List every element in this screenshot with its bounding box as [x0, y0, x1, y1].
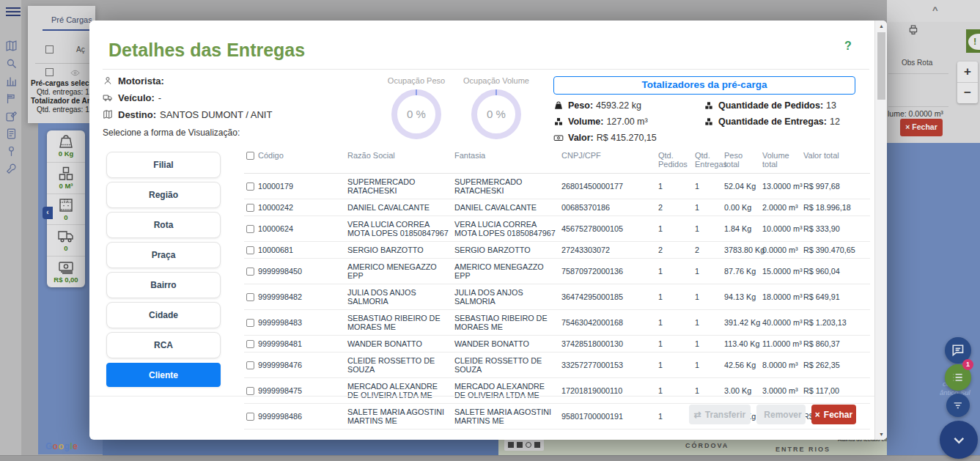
cell: 0.0000 m³ — [760, 242, 801, 259]
cell: 75463042000168 — [559, 310, 656, 336]
cell: 1 — [693, 259, 722, 284]
widget-money: R$ 0,00 — [47, 256, 85, 287]
widget-value: 0 — [47, 244, 85, 252]
wrench-icon[interactable] — [5, 163, 18, 175]
flag-icon[interactable] — [5, 92, 18, 105]
row-checkbox[interactable] — [246, 361, 254, 369]
tab-pre-cargas[interactable]: Pré Cargas — [51, 15, 92, 24]
table-row[interactable]: 9999998482JULIA DOS ANJOS SALMORIAJULIA … — [244, 284, 870, 310]
view-button-cidade[interactable]: Cidade — [106, 302, 221, 328]
pin-icon[interactable] — [5, 145, 18, 158]
widget-cubes: 0 M³ — [47, 162, 85, 193]
map-icon[interactable] — [5, 40, 18, 52]
view-button-bairro[interactable]: Bairro — [106, 272, 221, 298]
table-row[interactable]: 9999998481WANDER BONATTOWANDER BONATTO37… — [244, 336, 870, 353]
cell: 13.0000 m³ — [760, 174, 801, 199]
table-row[interactable]: 9999998475MERCADO ALEXANDRE DE OLIVEIRA … — [244, 378, 870, 404]
scroll-down-button[interactable] — [940, 421, 978, 459]
column-header: Volume total — [760, 147, 801, 174]
row-checkbox[interactable] — [45, 68, 54, 76]
cell: JULIA DOS ANJOS SALMORIA — [345, 284, 452, 310]
stat-peso: Peso:4593.22 kg — [553, 100, 641, 111]
view-button-cliente[interactable]: Cliente — [106, 363, 221, 387]
table-row[interactable]: 9999998483SEBASTIAO RIBEIRO DE MORAES ME… — [244, 310, 870, 336]
table-row[interactable]: 10000179SUPERMERCADO RATACHESKISUPERMERC… — [244, 174, 870, 199]
row-checkbox[interactable] — [246, 225, 254, 233]
hamburger-menu-icon[interactable] — [6, 7, 21, 18]
cell: 1 — [656, 353, 693, 378]
pre-cargas-selected-label: Pré-cargas seleci — [31, 79, 91, 87]
doc-icon[interactable] — [5, 128, 18, 140]
row-checkbox[interactable] — [246, 413, 254, 421]
view-button-região[interactable]: Região — [106, 182, 221, 208]
row-checkbox[interactable] — [246, 293, 254, 301]
modal-scrollbar[interactable]: ▲ ▼ — [874, 21, 887, 440]
cell: R$ 1.203,13 — [801, 310, 870, 336]
row-checkbox[interactable] — [246, 182, 254, 191]
tab-underline — [43, 29, 91, 31]
view-button-rca[interactable]: RCA — [106, 332, 221, 358]
zoom-out-button[interactable]: − — [957, 82, 978, 103]
destino-label: Destino: — [118, 109, 156, 120]
table-row[interactable]: 9999998450AMERICO MENEGAZZO EPPAMERICO M… — [244, 259, 870, 284]
collapse-panel-button[interactable]: ‹ — [43, 207, 53, 219]
remover-button[interactable]: Remover — [756, 405, 806, 424]
zoom-in-button[interactable]: + — [957, 62, 978, 82]
circle-icon[interactable] — [526, 442, 531, 448]
scrollbar-up-icon[interactable]: ▲ — [875, 23, 887, 29]
table-row[interactable]: 10000242DANIEL CAVALCANTEDANIEL CAVALCAN… — [244, 199, 870, 216]
row-checkbox[interactable] — [246, 387, 254, 395]
scrollbar-down-icon[interactable]: ▼ — [875, 432, 887, 437]
search-icon[interactable] — [5, 57, 18, 70]
cell: 00685370186 — [559, 199, 656, 216]
minus-icon: − — [964, 86, 971, 100]
row-checkbox[interactable] — [246, 246, 254, 254]
cell: 9999998450 — [244, 259, 345, 284]
cell: WANDER BONATTO — [345, 336, 452, 353]
fechar-button[interactable]: × Fechar — [811, 405, 856, 424]
map-street-view-controls[interactable] — [504, 439, 544, 451]
filter-button[interactable] — [946, 394, 970, 417]
cell: 1 — [656, 310, 693, 336]
row-checkbox[interactable] — [246, 319, 254, 327]
row-checkbox[interactable] — [246, 340, 254, 348]
bird-icon[interactable] — [517, 442, 523, 448]
table-row[interactable]: 10000624VERA LUCIA CORREA MOTA LOPES 018… — [244, 216, 870, 242]
cell: 42.56 Kg — [722, 353, 760, 378]
cell: 1 — [693, 174, 722, 199]
view-button-filial[interactable]: Filial — [106, 152, 221, 178]
background-fechar-button[interactable]: × Fechar — [900, 119, 943, 136]
help-icon[interactable]: ? — [844, 40, 852, 53]
list-icon — [951, 370, 965, 385]
totalizadores-header[interactable]: Totalizadores da pré-carga — [553, 76, 855, 95]
close-icon: × — [905, 122, 910, 131]
cell: 33257277000153 — [559, 353, 656, 378]
transferir-button[interactable]: ⇄ Transferir — [689, 405, 751, 424]
volume-summary-text: lume: 0.0000 m³ — [888, 109, 943, 118]
edit-icon[interactable] — [5, 110, 18, 122]
chevron-up-icon[interactable]: ^ — [932, 4, 938, 15]
column-header: Peso total — [722, 147, 760, 174]
view-button-rota[interactable]: Rota — [106, 212, 221, 238]
table-row[interactable]: 9999998476CLEIDE ROSSETTO DE SOUZACLEIDE… — [244, 353, 870, 378]
row-checkbox[interactable] — [246, 204, 254, 212]
square-icon[interactable] — [534, 442, 540, 448]
pegman-icon[interactable] — [508, 442, 514, 448]
cell: 3.0000 m³ — [760, 378, 801, 404]
select-all-checkbox[interactable] — [45, 45, 54, 54]
view-button-praça[interactable]: Praça — [106, 242, 221, 268]
scrollbar-thumb[interactable] — [877, 32, 885, 100]
horizontal-scrollbar[interactable] — [0, 455, 980, 461]
veiculo-value: - — [158, 92, 161, 103]
cell: 27243303072 — [559, 242, 656, 259]
printer-icon[interactable] — [907, 24, 919, 36]
chart-icon[interactable] — [5, 75, 18, 87]
select-all-checkbox[interactable] — [246, 152, 254, 160]
gauge-volume-label: Ocupação Volume — [448, 76, 545, 85]
row-checkbox[interactable] — [246, 268, 254, 276]
eye-icon[interactable] — [70, 67, 80, 77]
motorista-row: Motorista: — [103, 75, 168, 86]
table-row[interactable]: 10000681SERGIO BARZOTTOSERGIO BARZOTTO27… — [244, 242, 870, 259]
cell: R$ 333,90 — [801, 216, 870, 242]
cell: 2 — [656, 242, 693, 259]
